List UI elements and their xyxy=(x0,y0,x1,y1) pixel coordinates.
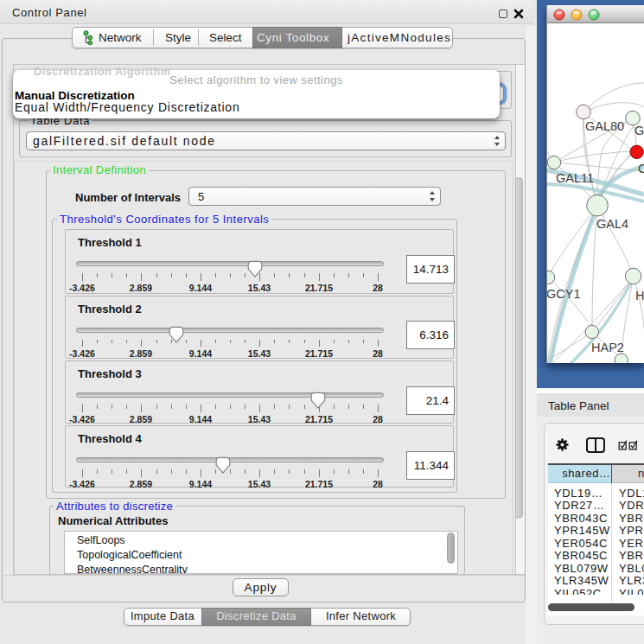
svg-text:GAL4: GAL4 xyxy=(596,217,628,231)
svg-text:GA: GA xyxy=(634,124,644,137)
svg-text:GCY1: GCY1 xyxy=(547,287,581,301)
svg-text:GAL80: GAL80 xyxy=(585,119,624,133)
svg-text:HAP2: HAP2 xyxy=(591,341,624,354)
svg-text:C: C xyxy=(638,162,644,175)
svg-text:H: H xyxy=(635,289,644,303)
svg-text:GAL11: GAL11 xyxy=(556,171,594,185)
